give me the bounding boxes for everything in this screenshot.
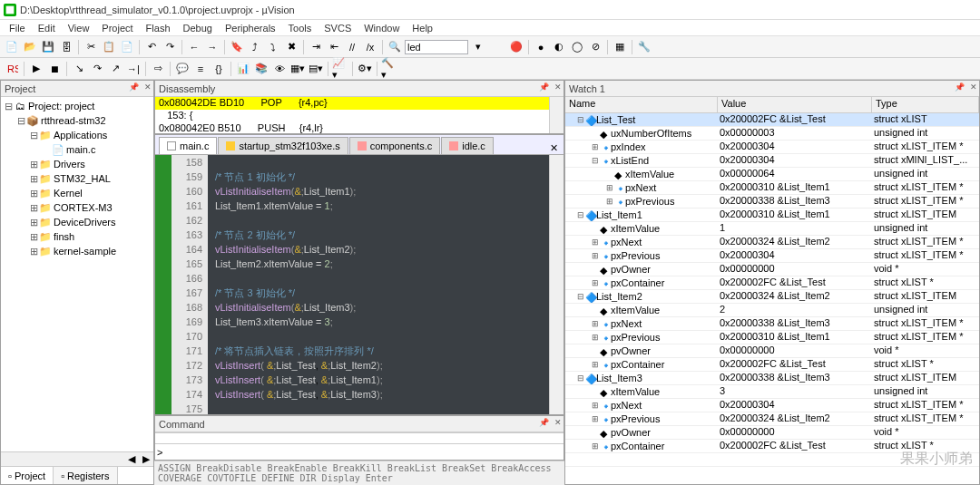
expand-icon[interactable]: ⊞ xyxy=(28,246,39,257)
menu-help[interactable]: Help xyxy=(407,22,438,34)
bookmark-prev-button[interactable]: ⤴ xyxy=(247,39,263,55)
watch-row[interactable]: ⊟🔷List_Item30x20000338 &List_Item3struct… xyxy=(565,372,979,385)
watch-row[interactable]: ⊞🔹pxPrevious0x20000304struct xLIST_ITEM … xyxy=(565,249,979,263)
disasm-line[interactable]: 0x080042DE BD10 POP {r4,pc} xyxy=(155,97,549,110)
menu-project[interactable]: Project xyxy=(96,22,138,34)
analyzer-button[interactable]: 📈▾ xyxy=(332,61,348,77)
serial-button[interactable]: ▤▾ xyxy=(308,61,324,77)
watch-row[interactable]: ◆xItemValue2unsigned int xyxy=(565,304,979,317)
find-icon[interactable]: 🔍 xyxy=(387,39,403,55)
bookmark-button[interactable]: 🔖 xyxy=(229,39,245,55)
cut-button[interactable]: ✂ xyxy=(83,39,99,55)
watch-row[interactable]: ◆pvOwner0x00000000void * xyxy=(565,426,979,440)
callstack-button[interactable]: 📚 xyxy=(253,61,270,77)
step-button[interactable]: ↘ xyxy=(71,61,87,77)
editor-tab-close-icon[interactable]: ✕ xyxy=(544,142,564,154)
code-line[interactable] xyxy=(215,213,549,228)
breakpoint-insert-button[interactable]: ● xyxy=(533,39,549,55)
code-line[interactable]: List_Item3.xItemValue = 3; xyxy=(215,315,549,329)
menu-peripherals[interactable]: Peripherals xyxy=(220,22,281,34)
group-applications[interactable]: ⊟📁Applications xyxy=(3,128,152,142)
watch-button[interactable]: 👁 xyxy=(271,61,288,77)
run-to-cursor-button[interactable]: →| xyxy=(125,61,142,77)
toolbox-button[interactable]: 🔨▾ xyxy=(381,61,397,77)
expand-icon[interactable]: ⊞ xyxy=(28,217,39,228)
breakpoint-disable-button[interactable]: ⊘ xyxy=(587,39,603,55)
menu-view[interactable]: View xyxy=(63,22,95,34)
pin-icon[interactable]: 📌 xyxy=(129,82,139,92)
watch-row[interactable]: ⊟🔷List_Item10x20000310 &List_Item1struct… xyxy=(565,209,979,222)
expand-icon[interactable]: ⊞ xyxy=(591,414,600,423)
expand-icon[interactable]: ⊟ xyxy=(28,130,39,141)
group-drivers[interactable]: ⊞📁Drivers xyxy=(3,157,152,171)
editor-tab-startup_stm32f103xe-s[interactable]: startup_stm32f103xe.s xyxy=(218,137,348,154)
undo-button[interactable]: ↶ xyxy=(143,39,160,55)
command-window-button[interactable]: 💬 xyxy=(174,61,191,77)
pin-icon[interactable]: 📌 xyxy=(955,82,965,92)
disasm-line[interactable]: 153: { xyxy=(155,110,549,122)
disasm-window-button[interactable]: ≡ xyxy=(192,61,209,77)
expand-icon[interactable]: ⊞ xyxy=(591,333,600,342)
menu-file[interactable]: File xyxy=(4,22,31,34)
close-icon[interactable]: ✕ xyxy=(554,82,562,92)
expand-icon[interactable]: ⊟ xyxy=(576,373,585,383)
watch-col-type[interactable]: Type xyxy=(872,97,979,112)
window-list-button[interactable]: ▦ xyxy=(612,39,628,55)
run-button[interactable]: ▶ xyxy=(28,61,44,77)
bookmark-clear-button[interactable]: ✖ xyxy=(283,39,299,55)
close-icon[interactable]: ✕ xyxy=(144,82,152,92)
breakpoint-kill-button[interactable]: ◯ xyxy=(569,39,585,55)
group-finsh[interactable]: ⊞📁finsh xyxy=(3,229,152,244)
group-stm32_hal[interactable]: ⊞📁STM32_HAL xyxy=(3,171,152,186)
watch-row[interactable]: ◆pvOwner0x00000000void * xyxy=(565,344,979,358)
debug-start-button[interactable]: 🔴 xyxy=(508,39,524,55)
watch-row[interactable]: ⊟🔹xListEnd0x20000304struct xMINI_LIST_..… xyxy=(565,154,979,168)
save-button[interactable]: 💾 xyxy=(40,39,56,55)
disasm-line[interactable]: 0x080042E0 B510 PUSH {r4,lr} xyxy=(155,122,549,133)
watch-row[interactable]: ⊞🔹pxPrevious0x20000324 &List_Item2struct… xyxy=(565,412,979,426)
code-line[interactable]: /* 节点 2 初始化 */ xyxy=(215,228,549,242)
watch-row[interactable]: ◆xItemValue1unsigned int xyxy=(565,222,979,236)
code-line[interactable]: vListInsert( &;List_Test, &;List_Item3); xyxy=(215,387,549,402)
watch-row[interactable]: ⊞🔹pxNext0x20000324 &List_Item2struct xLI… xyxy=(565,236,979,249)
menu-window[interactable]: Window xyxy=(358,22,405,34)
reset-button[interactable]: RST xyxy=(4,61,20,77)
expand-icon[interactable]: ⊞ xyxy=(591,251,600,260)
expand-icon[interactable]: ⊞ xyxy=(591,360,600,369)
watch-row[interactable]: ⊞🔹pxIndex0x20000304struct xLIST_ITEM * xyxy=(565,141,979,154)
expand-icon[interactable]: ⊟ xyxy=(576,292,585,301)
editor-tab-main-c[interactable]: main.c xyxy=(159,137,217,154)
watch-row[interactable]: ⊞🔹pxContainer0x200002FC &List_Teststruct… xyxy=(565,440,979,453)
expand-icon[interactable]: ⊞ xyxy=(28,159,39,170)
watch-row[interactable]: ◆pvOwner0x00000000void * xyxy=(565,263,979,276)
watch-enter-row[interactable] xyxy=(565,453,979,467)
expand-icon[interactable]: ⊞ xyxy=(591,401,600,410)
editor-body[interactable]: 1581591601611621631641651661671681691701… xyxy=(155,155,564,414)
expand-icon[interactable]: ⊞ xyxy=(591,238,600,247)
code-line[interactable]: vListInsert( &;List_Test, &;List_Item1); xyxy=(215,373,549,387)
code-line[interactable]: /* 节点 3 初始化 */ xyxy=(215,286,549,300)
watch-row[interactable]: ⊞🔹pxContainer0x200002FC &List_Teststruct… xyxy=(565,276,979,290)
stop-button[interactable]: ⏹ xyxy=(46,61,63,77)
copy-button[interactable]: 📋 xyxy=(101,39,117,55)
expand-icon[interactable]: ⊞ xyxy=(591,278,600,287)
step-over-button[interactable]: ↷ xyxy=(89,61,105,77)
editor-tab-idle-c[interactable]: idle.c xyxy=(441,137,494,154)
expand-icon[interactable]: ⊞ xyxy=(28,231,39,243)
expand-icon[interactable]: ⊞ xyxy=(591,441,600,451)
symbols-window-button[interactable]: {} xyxy=(211,61,227,77)
nav-fwd-button[interactable]: → xyxy=(204,39,220,55)
menu-flash[interactable]: Flash xyxy=(141,22,176,34)
watch-row[interactable]: ◆uxNumberOfItems0x00000003unsigned int xyxy=(565,127,979,141)
code-line[interactable]: vListInitialiseItem(&;List_Item3); xyxy=(215,300,549,315)
expand-icon[interactable]: ⊟ xyxy=(591,156,600,165)
memory-button[interactable]: ▦▾ xyxy=(289,61,306,77)
code-line[interactable] xyxy=(215,155,549,170)
menu-debug[interactable]: Debug xyxy=(178,22,218,34)
watch-row[interactable]: ⊞🔹pxNext0x20000304struct xLIST_ITEM * xyxy=(565,399,979,412)
project-tab-registers[interactable]: ▫Registers xyxy=(54,467,117,484)
expand-icon[interactable]: ⊟ xyxy=(3,101,14,112)
expand-icon[interactable]: ⊟ xyxy=(576,210,585,219)
code-line[interactable]: /* 将节点插入链表，按照升序排列 */ xyxy=(215,344,549,358)
outdent-button[interactable]: ⇤ xyxy=(326,39,342,55)
